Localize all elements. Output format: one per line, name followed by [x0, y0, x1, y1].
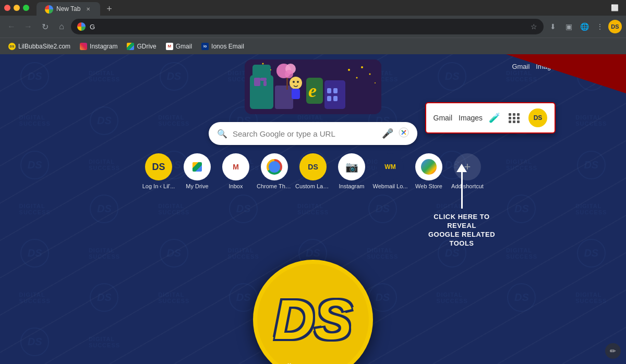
- profile-avatar[interactable]: DS: [608, 20, 622, 33]
- watermark-item: DS: [139, 54, 209, 99]
- tab-favicon: [45, 5, 52, 13]
- watermark-item: DS: [0, 320, 69, 364]
- search-bar[interactable]: 🔍 Search Google or type a URL 🎤: [209, 122, 417, 145]
- shortcut-instagram[interactable]: 📷 Instagram: [334, 153, 369, 189]
- popup-gmail[interactable]: Gmail: [434, 114, 453, 122]
- watermark-item: DIGITALSUCCESS: [69, 143, 139, 187]
- annotation-arrow-section: CLICK HERE TO REVEALGOOGLE RELATED TOOLS: [423, 164, 501, 248]
- page-topbar: Gmail Images 🧪 DS: [512, 58, 620, 74]
- watermark-item: DIGITALSUCCESS: [557, 99, 626, 143]
- new-tab-button[interactable]: +: [102, 2, 116, 16]
- watermark-item: DIGITALSUCCESS: [557, 275, 626, 320]
- back-button[interactable]: ←: [4, 19, 19, 34]
- svg-point-23: [356, 77, 358, 79]
- menu-button[interactable]: ⋮: [593, 19, 607, 34]
- watermark-item: DS: [209, 187, 278, 232]
- bookmark-lil-bubba-site[interactable]: DS LilBubbaSite2.com: [4, 41, 75, 52]
- watermark-item: DS: [139, 231, 209, 275]
- ds-letters: DS: [274, 297, 352, 342]
- svg-text:e: e: [308, 80, 317, 101]
- popup-images[interactable]: Images: [459, 114, 483, 122]
- toolbar-icons: ⬇ ▣ 🌐 ⋮ DS: [546, 19, 622, 34]
- watermark-item: DS: [348, 187, 417, 232]
- sidebar-button[interactable]: ▣: [561, 19, 576, 34]
- images-link[interactable]: Images: [536, 63, 558, 70]
- shortcut-instagram-label: Instagram: [339, 183, 365, 189]
- annotation-popup: Gmail Images 🧪 DS: [425, 102, 556, 134]
- tab-close-button[interactable]: ✕: [85, 5, 92, 13]
- svg-rect-3: [254, 78, 260, 86]
- shortcut-custom-lab-label: Custom Lab...: [295, 183, 331, 189]
- search-section: 🔍 Search Google or type a URL 🎤: [209, 122, 417, 145]
- microphone-icon[interactable]: 🎤: [382, 128, 393, 139]
- translate-button[interactable]: 🌐: [577, 19, 592, 34]
- maximize-button[interactable]: [23, 5, 29, 11]
- shortcut-webmail[interactable]: WM Webmail Lo...: [372, 153, 408, 189]
- forward-button[interactable]: →: [21, 19, 35, 34]
- svg-point-11: [290, 77, 302, 89]
- watermark-item: DIGITALSUCCESS: [557, 187, 626, 232]
- ds-logo-section: DS Lil' BUBBA: [253, 260, 373, 364]
- shortcut-log-in-lil-label: Log In ‹ Lil'...: [141, 183, 176, 189]
- popup-flask-button[interactable]: 🧪: [489, 112, 500, 124]
- shortcut-my-drive[interactable]: My Drive: [179, 153, 215, 189]
- reload-button[interactable]: ↻: [38, 19, 52, 34]
- watermark-item: DS: [0, 143, 69, 187]
- watermark-item: DS: [0, 231, 69, 275]
- gmail-link[interactable]: Gmail: [512, 63, 529, 70]
- shortcut-webmail-label: Webmail Lo...: [372, 183, 408, 189]
- ds-logo-content: DS Lil' BUBBA: [274, 297, 352, 342]
- close-button[interactable]: [4, 5, 10, 11]
- doodle-section: e: [245, 59, 381, 114]
- svg-point-22: [348, 69, 350, 71]
- download-button[interactable]: ⬇: [546, 19, 560, 34]
- watermark-item: DIGITALSUCCESS: [69, 54, 139, 99]
- svg-point-25: [369, 74, 371, 75]
- url-display: G: [90, 23, 526, 31]
- address-bar[interactable]: G ☆: [71, 19, 544, 34]
- edit-pencil-button[interactable]: ✏: [605, 343, 621, 359]
- doodle-container: e: [245, 59, 381, 114]
- address-favicon: [77, 22, 86, 31]
- shortcut-instagram-icon: 📷: [338, 153, 365, 180]
- popup-apps-button[interactable]: [507, 111, 522, 125]
- bookmark-ionos[interactable]: io Ionos Email: [197, 41, 248, 52]
- bookmark-gdrive[interactable]: GDrive: [123, 41, 160, 52]
- watermark-item: DIGITALSUCCESS: [0, 187, 69, 232]
- bookmark-gmail-label: Gmail: [176, 43, 192, 50]
- tab-bar: New Tab ✕ +: [37, 0, 116, 16]
- popup-apps-grid-icon: [509, 113, 520, 123]
- popup-avatar[interactable]: DS: [528, 108, 547, 127]
- bookmark-lil-bubba-label: LilBubbaSite2.com: [18, 43, 70, 50]
- svg-rect-6: [275, 86, 293, 109]
- watermark-item: DIGITALSUCCESS: [69, 320, 139, 364]
- ionos-favicon: io: [201, 43, 209, 50]
- shortcut-log-in-lil[interactable]: DS Log In ‹ Lil'...: [141, 153, 176, 189]
- bookmark-ionos-label: Ionos Email: [211, 43, 244, 50]
- flask-button[interactable]: 🧪: [564, 60, 576, 72]
- shortcut-chrome-themes[interactable]: Chrome The...: [257, 153, 292, 189]
- watermark-item: DIGITALSUCCESS: [139, 275, 209, 320]
- bookmark-instagram[interactable]: Instagram: [76, 41, 122, 52]
- active-tab[interactable]: New Tab ✕: [37, 2, 100, 16]
- watermark-item: DIGITALSUCCESS: [0, 99, 69, 143]
- bookmark-star-button[interactable]: ☆: [531, 22, 537, 31]
- arrow-up-head: [456, 164, 467, 172]
- tab-label: New Tab: [56, 5, 80, 13]
- google-lens-icon[interactable]: [399, 127, 409, 140]
- shortcut-custom-lab[interactable]: DS Custom Lab...: [295, 153, 331, 189]
- traffic-lights: [4, 5, 29, 11]
- svg-rect-4: [260, 78, 267, 81]
- bookmark-gmail[interactable]: M Gmail: [162, 41, 196, 52]
- watermark-item: DS: [417, 54, 487, 99]
- shortcut-webmail-icon: WM: [377, 153, 404, 180]
- page-avatar[interactable]: DS: [604, 58, 620, 74]
- bookmarks-bar: DS LilBubbaSite2.com Instagram GDrive M …: [0, 38, 626, 54]
- minimize-button[interactable]: [14, 5, 20, 11]
- restore-window-button[interactable]: ⬜: [607, 1, 622, 15]
- shortcut-inbox[interactable]: M Inbox: [218, 153, 254, 189]
- svg-rect-2: [252, 65, 271, 79]
- shortcut-log-in-lil-icon: DS: [145, 153, 172, 180]
- apps-grid-button[interactable]: [582, 59, 598, 74]
- home-button[interactable]: ⌂: [54, 19, 69, 34]
